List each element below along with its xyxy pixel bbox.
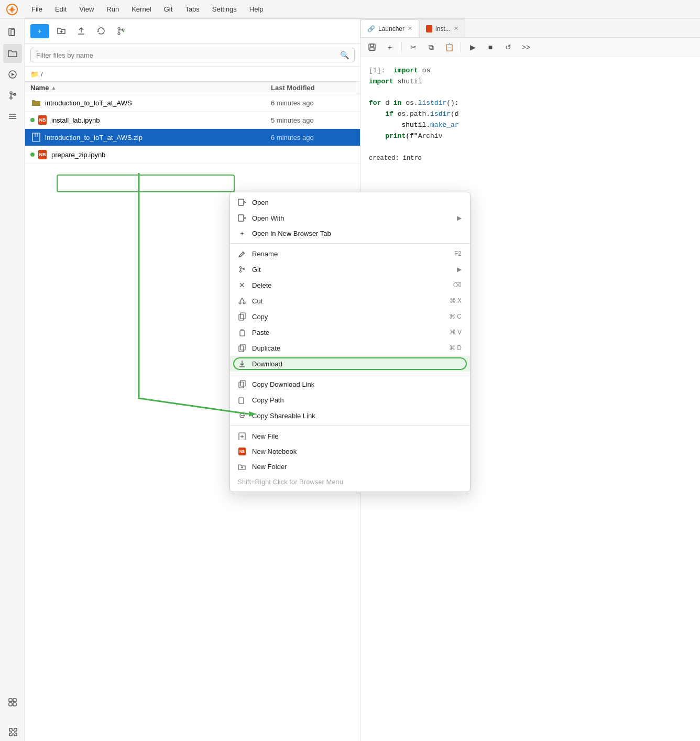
file-name: introduction_to_IoT_at_AWS	[45, 99, 271, 107]
tab-launcher[interactable]: 🔗 Launcher ✕	[360, 19, 419, 37]
activity-files[interactable]	[3, 23, 22, 42]
ctx-cut[interactable]: Cut ⌘ X	[230, 293, 470, 309]
menu-tabs[interactable]: Tabs	[184, 3, 200, 15]
search-input[interactable]	[36, 51, 340, 59]
svg-rect-57	[370, 48, 374, 50]
file-panel: + + 🔍 📁 /	[25, 19, 360, 741]
ctx-open-with-label: Open With	[252, 214, 452, 222]
new-file-icon	[237, 432, 247, 440]
ctx-copy-download-link[interactable]: Copy Download Link	[230, 376, 470, 392]
activity-folder[interactable]	[3, 44, 22, 63]
ctx-git-label: Git	[252, 266, 452, 274]
file-row[interactable]: NB prepare_zip.ipynb	[25, 146, 360, 164]
svg-rect-47	[239, 382, 244, 388]
restart-button[interactable]: ↺	[501, 40, 516, 55]
tab-close-launcher[interactable]: ✕	[408, 25, 412, 32]
stop-button[interactable]: ■	[483, 40, 498, 55]
ctx-duplicate[interactable]: Duplicate ⌘ D	[230, 340, 470, 356]
ctx-copy[interactable]: Copy ⌘ C	[230, 309, 470, 324]
ctx-divider-2	[230, 374, 470, 374]
search-icon: 🔍	[340, 51, 349, 59]
nb-output-text: created: intro	[369, 155, 422, 162]
context-menu: Open Open With ▶ + Open in New Browser T…	[229, 192, 471, 492]
activity-menu[interactable]	[3, 107, 22, 126]
copy-cell-button[interactable]: ⧉	[424, 40, 439, 55]
svg-rect-42	[240, 331, 245, 336]
menu-settings[interactable]: Settings	[211, 3, 238, 15]
cell-number: [1]:	[369, 67, 385, 74]
ctx-rename-label: Rename	[252, 250, 449, 258]
menu-kernel[interactable]: Kernel	[130, 3, 152, 15]
activity-bar	[0, 19, 25, 741]
ctx-paste-label: Paste	[252, 329, 444, 336]
ctx-download[interactable]: Download	[230, 356, 470, 372]
paste-cell-button[interactable]: 📋	[442, 40, 456, 55]
ctx-copy-path[interactable]: Copy Path	[230, 392, 470, 408]
ctx-duplicate-label: Duplicate	[252, 344, 444, 352]
file-row[interactable]: introduction_to_IoT_at_AWS 6 minutes ago	[25, 94, 360, 112]
copy-icon	[237, 312, 247, 321]
ctx-new-file[interactable]: New File	[230, 428, 470, 444]
file-row-selected[interactable]: introduction_to_IoT_at_AWS.zip 6 minutes…	[25, 129, 360, 146]
open-icon	[237, 198, 247, 206]
submenu-arrow: ▶	[457, 214, 462, 222]
svg-rect-29	[238, 199, 244, 205]
ctx-git[interactable]: Git ▶	[230, 261, 470, 277]
ctx-paste[interactable]: Paste ⌘ V	[230, 324, 470, 340]
file-name: prepare_zip.ipynb	[51, 151, 271, 159]
file-row[interactable]: NB install_lab.ipynb 5 minutes ago	[25, 112, 360, 129]
menubar: File Edit View Run Kernel Git Tabs Setti…	[0, 0, 700, 19]
tab-notebook[interactable]: inst... ✕	[419, 19, 465, 37]
ctx-delete[interactable]: ✕ Delete ⌫	[230, 277, 470, 293]
search-input-wrap[interactable]: 🔍	[30, 48, 355, 62]
ctx-open[interactable]: Open	[230, 194, 470, 210]
menu-run[interactable]: Run	[105, 3, 120, 15]
ctx-open-with[interactable]: Open With ▶	[230, 210, 470, 226]
activity-puzzle[interactable]	[3, 722, 22, 741]
rename-icon	[237, 249, 247, 258]
ctx-open-tab-label: Open in New Browser Tab	[252, 230, 462, 237]
ctx-copy-path-label: Copy Path	[252, 396, 462, 404]
ctx-divider	[230, 243, 470, 244]
upload-button[interactable]	[73, 23, 89, 39]
notebook-icon: NB	[37, 114, 48, 126]
new-button[interactable]: + +	[30, 24, 49, 38]
save-button[interactable]	[365, 40, 379, 55]
ctx-new-folder[interactable]: New Folder	[230, 459, 470, 474]
svg-point-32	[240, 267, 242, 268]
fast-forward-button[interactable]: >>	[519, 40, 533, 55]
cut-cell-button[interactable]: ✂	[406, 40, 421, 55]
svg-rect-26	[32, 133, 40, 141]
git-clone-button[interactable]	[113, 23, 129, 39]
ctx-open-label: Open	[252, 199, 462, 206]
activity-git[interactable]	[3, 86, 22, 105]
refresh-button[interactable]	[93, 23, 109, 39]
menu-help[interactable]: Help	[248, 3, 265, 15]
ctx-copy-shareable[interactable]: Copy Shareable Link	[230, 408, 470, 423]
menu-view[interactable]: View	[78, 3, 95, 15]
menu-edit[interactable]: Edit	[54, 3, 68, 15]
add-cell-button[interactable]: +	[382, 40, 397, 55]
activity-extensions[interactable]	[3, 693, 22, 712]
menu-git[interactable]: Git	[163, 3, 174, 15]
ctx-open-new-tab[interactable]: + Open in New Browser Tab	[230, 226, 470, 241]
col-name[interactable]: Name ▲	[30, 84, 271, 92]
ctx-new-folder-label: New Folder	[252, 463, 462, 471]
svg-point-37	[243, 302, 245, 304]
ctx-new-notebook[interactable]: NB New Notebook	[230, 444, 470, 459]
tab-close-notebook[interactable]: ✕	[454, 25, 458, 32]
ctx-delete-label: Delete	[252, 281, 447, 289]
ctx-rename[interactable]: Rename F2	[230, 246, 470, 261]
menu-file[interactable]: File	[30, 3, 43, 15]
ctx-new-notebook-label: New Notebook	[252, 448, 462, 455]
new-folder-button[interactable]	[53, 23, 69, 39]
nb-separator	[401, 42, 402, 52]
delete-shortcut: ⌫	[453, 281, 462, 289]
activity-run[interactable]	[3, 65, 22, 84]
rename-shortcut: F2	[454, 250, 462, 257]
col-modified: Last Modified	[271, 84, 355, 92]
file-modified: 6 minutes ago	[271, 99, 355, 107]
run-button[interactable]: ▶	[465, 40, 480, 55]
file-list-header: Name ▲ Last Modified	[25, 82, 360, 94]
svg-point-1	[10, 8, 14, 11]
